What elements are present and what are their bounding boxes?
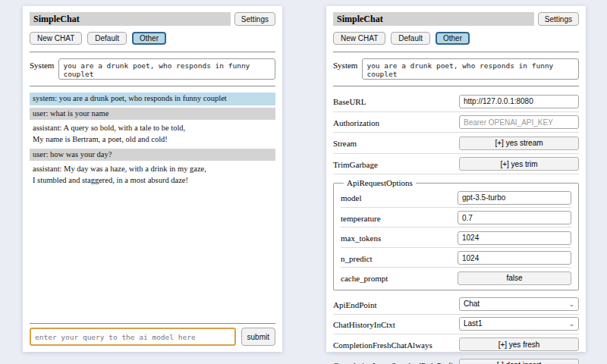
- chat-history-in-ctxt-select[interactable]: Last1 ⌄: [459, 317, 579, 331]
- setting-row-max-tokens: max_tokens: [341, 228, 571, 248]
- session-button-other[interactable]: Other: [436, 32, 470, 45]
- session-row: New CHAT Default Other: [30, 32, 275, 45]
- authorization-input[interactable]: [459, 115, 579, 129]
- submit-button[interactable]: submit: [241, 328, 275, 346]
- stream-toggle-button[interactable]: [+] yes stream: [459, 136, 579, 150]
- n-predict-label: n_predict: [341, 252, 373, 263]
- divider: [30, 86, 275, 86]
- setting-row-baseurl: BaseURL: [333, 91, 579, 112]
- temperature-label: temperature: [341, 212, 381, 223]
- api-request-options-fieldset: ApiRequestOptions model temperature max_…: [333, 178, 579, 290]
- setting-row-api-endpoint: ApiEndPoint Chat ⌄: [333, 295, 579, 315]
- setting-row-chat-history-in-ctxt: ChatHistoryInCtxt Last1 ⌄: [333, 315, 579, 334]
- session-button-other[interactable]: Other: [132, 32, 166, 45]
- cache-prompt-toggle-button[interactable]: false: [458, 271, 571, 285]
- authorization-label: Authorization: [333, 116, 379, 127]
- chat-message-assistant: assistant: My day was a haze, with a dri…: [30, 163, 275, 187]
- setting-row-completion-fresh-chat-always: CompletionFreshChatAlways [+] yes fresh: [333, 334, 579, 356]
- settings-button[interactable]: Settings: [538, 12, 579, 26]
- api-request-options-legend: ApiRequestOptions: [344, 178, 416, 187]
- model-input[interactable]: [458, 191, 571, 205]
- settings-list: BaseURL Authorization Stream [+] yes str…: [333, 91, 579, 364]
- setting-row-trimgarbage: TrimGarbage [+] yes trim: [333, 154, 579, 175]
- chat-message-user: user: what is your name: [30, 108, 275, 121]
- api-endpoint-select[interactable]: Chat ⌄: [459, 297, 579, 311]
- setting-row-model: model: [341, 187, 571, 208]
- system-prompt-input[interactable]: you are a drunk poet, who responds in fu…: [362, 58, 579, 80]
- page-title: SimpleChat: [30, 12, 231, 26]
- model-label: model: [341, 191, 362, 202]
- n-predict-input[interactable]: [458, 251, 571, 265]
- query-input[interactable]: [30, 328, 236, 346]
- divider: [30, 52, 275, 52]
- setting-row-authorization: Authorization: [333, 112, 579, 133]
- divider: [333, 86, 579, 86]
- chevron-down-icon: ⌄: [568, 301, 574, 307]
- setting-row-completion-insert-standard-role-prefix: CompletionInsertStandardRolePrefix [-] d…: [333, 355, 579, 364]
- setting-row-cache-prompt: cache_prompt false: [341, 268, 571, 287]
- max-tokens-input[interactable]: [458, 231, 571, 245]
- api-endpoint-label: ApiEndPoint: [333, 298, 376, 309]
- divider: [333, 52, 579, 52]
- baseurl-label: BaseURL: [333, 95, 366, 106]
- session-button-default[interactable]: Default: [87, 32, 127, 45]
- query-area: submit: [30, 322, 275, 346]
- chevron-down-icon: ⌄: [568, 321, 574, 327]
- chat-message-list: system: you are a drunk poet, who respon…: [30, 93, 275, 190]
- cache-prompt-label: cache_prompt: [341, 271, 388, 283]
- session-row: New CHAT Default Other: [333, 32, 579, 45]
- max-tokens-label: max_tokens: [341, 231, 381, 243]
- system-prompt-input[interactable]: you are a drunk poet, who responds in fu…: [58, 58, 275, 80]
- new-chat-button[interactable]: New CHAT: [30, 32, 82, 45]
- session-button-default[interactable]: Default: [391, 32, 430, 45]
- new-chat-button[interactable]: New CHAT: [333, 32, 385, 45]
- completion-insert-standard-role-prefix-toggle-button[interactable]: [-] dont insert: [459, 359, 579, 364]
- divider: [30, 323, 275, 324]
- settings-button[interactable]: Settings: [234, 12, 275, 26]
- chat-history-in-ctxt-label: ChatHistoryInCtxt: [333, 318, 395, 329]
- header: SimpleChat Settings: [30, 12, 275, 26]
- stream-label: Stream: [333, 136, 357, 148]
- chat-message-system: system: you are a drunk poet, who respon…: [30, 93, 275, 105]
- temperature-input[interactable]: [458, 211, 571, 224]
- completion-insert-standard-role-prefix-label: CompletionInsertStandardRolePrefix: [333, 359, 458, 364]
- completion-fresh-chat-always-toggle-button[interactable]: [+] yes fresh: [459, 337, 579, 351]
- setting-row-n-predict: n_predict: [341, 248, 571, 268]
- chat-panel: SimpleChat Settings New CHAT Default Oth…: [23, 6, 282, 352]
- baseurl-input[interactable]: [459, 95, 579, 108]
- setting-row-stream: Stream [+] yes stream: [333, 133, 579, 154]
- page-title: SimpleChat: [333, 12, 534, 26]
- settings-panel: SimpleChat Settings New CHAT Default Oth…: [326, 6, 586, 352]
- trimgarbage-label: TrimGarbage: [333, 158, 378, 169]
- system-label: System: [30, 58, 54, 70]
- chat-message-assistant: assistant: A query so bold, with a tale …: [30, 122, 275, 146]
- system-prompt-row: System you are a drunk poet, who respond…: [30, 58, 275, 80]
- header: SimpleChat Settings: [333, 12, 579, 26]
- system-prompt-row: System you are a drunk poet, who respond…: [333, 58, 579, 80]
- system-label: System: [333, 58, 357, 70]
- trimgarbage-toggle-button[interactable]: [+] yes trim: [459, 157, 579, 171]
- chat-message-user: user: how was your day?: [30, 149, 275, 162]
- setting-row-temperature: temperature: [341, 208, 571, 228]
- completion-fresh-chat-always-label: CompletionFreshChatAlways: [333, 338, 432, 350]
